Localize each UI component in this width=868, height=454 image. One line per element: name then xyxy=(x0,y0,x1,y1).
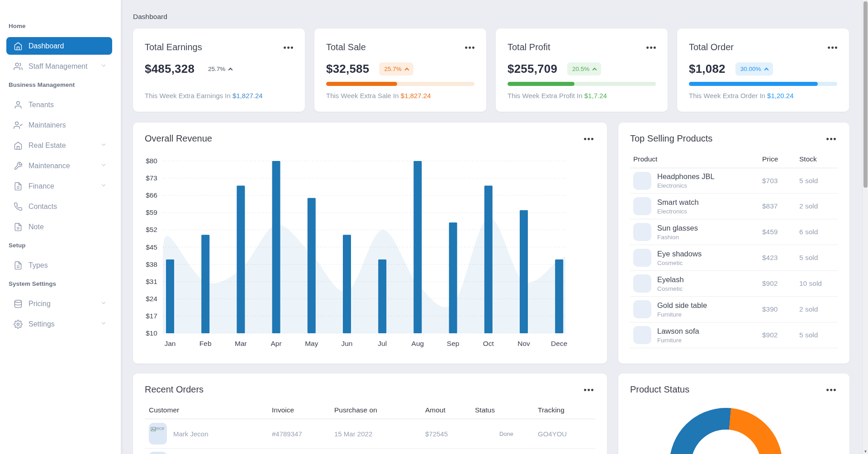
sidebar-item-types[interactable]: Types xyxy=(6,256,112,274)
panel-title: Recent Orders xyxy=(145,384,204,395)
sidebar-item-real-estate[interactable]: Real Estate xyxy=(6,137,112,154)
customer-avatar-broken-image: rece xyxy=(149,423,167,445)
chevron-up-icon xyxy=(404,67,409,72)
file-icon xyxy=(14,261,23,270)
change-badge: 25.7% xyxy=(379,62,413,76)
sidebar-item-finance[interactable]: Finance xyxy=(6,177,112,195)
middle-row: Overall Revenue $80$73$66$59$52$45$38$31… xyxy=(133,123,849,364)
product-stock: 2 sold xyxy=(799,202,838,210)
sidebar-item-maintenance[interactable]: Maintenance xyxy=(6,157,112,175)
more-options-icon[interactable] xyxy=(583,386,595,394)
product-price: $703 xyxy=(762,177,799,185)
product-name: Smart watch xyxy=(657,198,699,207)
order-tracking: GO4YOU xyxy=(538,430,595,438)
change-badge: 30.00% xyxy=(735,62,773,76)
svg-text:Nov: Nov xyxy=(517,340,530,347)
sidebar-item-tenants[interactable]: Tenants xyxy=(6,96,112,114)
sidebar-item-pricing[interactable]: Pricing xyxy=(6,295,112,312)
order-amount: $72545 xyxy=(425,430,475,438)
top-selling-panel: Top Selling Products Product Price Stock… xyxy=(618,123,849,364)
stat-card-total-order: Total Order$1,08230.00%This Week Extra O… xyxy=(677,28,849,112)
product-thumbnail xyxy=(633,249,651,267)
svg-text:$24: $24 xyxy=(146,295,157,303)
product-thumbnail xyxy=(633,223,651,241)
more-options-icon[interactable] xyxy=(827,43,839,52)
product-status-panel: Product Status xyxy=(618,374,849,454)
card-value: $32,585 xyxy=(326,62,369,76)
more-options-icon[interactable] xyxy=(825,386,838,394)
product-thumbnail xyxy=(633,300,651,318)
product-category: Furniture xyxy=(657,311,707,318)
svg-text:$17: $17 xyxy=(146,312,157,320)
more-options-icon[interactable] xyxy=(645,43,658,52)
card-footer-text: This Week Extra Earnings In $1,827.24 xyxy=(145,92,263,99)
progress-bar xyxy=(508,82,656,86)
svg-text:Mar: Mar xyxy=(235,340,247,347)
chevron-down-icon xyxy=(100,320,107,328)
column-header: Invoice xyxy=(272,406,334,414)
panel-title: Top Selling Products xyxy=(630,133,712,144)
product-category: Electronics xyxy=(657,182,715,189)
file-icon xyxy=(14,182,23,191)
order-row-mark-jecon[interactable]: receMark Jecon#478934715 Mar 2022$72545D… xyxy=(145,419,595,449)
panel-title: Product Status xyxy=(630,384,689,395)
recent-orders-panel: Recent Orders Customer Invoice Pusrchase… xyxy=(133,374,607,454)
progress-bar xyxy=(689,82,837,86)
product-stock: 5 sold xyxy=(799,254,838,262)
chevron-down-icon xyxy=(100,142,107,150)
card-value: $485,328 xyxy=(145,62,194,76)
more-options-icon[interactable] xyxy=(583,135,595,143)
svg-text:Jun: Jun xyxy=(342,340,353,347)
sidebar-section-label-system-settings: System Settings xyxy=(9,279,121,288)
sidebar-item-contacts[interactable]: Contacts xyxy=(6,198,112,215)
product-row-lawson-sofa[interactable]: Lawson sofaFurniture$9025 sold xyxy=(630,322,838,348)
svg-text:Dece: Dece xyxy=(551,340,567,347)
column-header: Pusrchase on xyxy=(334,406,425,414)
column-header: Price xyxy=(762,155,799,163)
product-row-gold-side-table[interactable]: Gold side tableFurniture$3902 sold xyxy=(630,297,838,322)
more-options-icon[interactable] xyxy=(464,43,476,52)
product-thumbnail xyxy=(633,274,651,293)
order-invoice: #4789347 xyxy=(272,430,334,438)
card-footer-text: This Week Extra Sale In $1,827.24 xyxy=(326,92,431,99)
svg-text:Aug: Aug xyxy=(412,340,424,347)
chevron-down-icon xyxy=(100,182,107,190)
scrollbar-thumb[interactable] xyxy=(863,1,868,188)
product-stock: 5 sold xyxy=(799,331,838,339)
column-header: Amout xyxy=(425,406,475,414)
sidebar-item-note[interactable]: Note xyxy=(6,218,112,236)
product-stock: 5 sold xyxy=(799,177,838,185)
product-row-eye-shadows[interactable]: Eye shadowsCosmetic$4235 sold xyxy=(630,245,838,271)
column-header: Tracking xyxy=(538,406,595,414)
sidebar-item-label: Types xyxy=(28,261,107,270)
svg-text:$38: $38 xyxy=(146,260,157,268)
sidebar-item-settings[interactable]: Settings xyxy=(6,315,112,333)
product-price: $902 xyxy=(762,279,799,288)
sidebar-item-maintainers[interactable]: Maintainers xyxy=(6,116,112,134)
svg-text:Feb: Feb xyxy=(199,340,212,347)
svg-text:$45: $45 xyxy=(146,243,157,251)
order-row-partial[interactable] xyxy=(145,449,595,454)
product-row-sun-glasses[interactable]: Sun glassesFashion$4596 sold xyxy=(630,219,838,245)
product-price: $459 xyxy=(762,228,799,236)
card-title: Total Order xyxy=(689,42,734,52)
footer-amount: $1,827.24 xyxy=(232,92,263,99)
product-row-eyelash[interactable]: EyelashCosmetic$90210 sold xyxy=(630,271,838,297)
progress-bar xyxy=(326,82,474,86)
page-scrollbar[interactable]: ▼ xyxy=(862,0,868,454)
svg-text:$66: $66 xyxy=(146,191,157,199)
product-row-smart-watch[interactable]: Smart watchElectronics$8372 sold xyxy=(630,194,838,219)
sidebar-item-label: Tenants xyxy=(28,101,107,109)
page-title: Dashboard xyxy=(133,12,862,21)
more-options-icon[interactable] xyxy=(283,43,295,52)
footer-prefix: This Week Extra Earnings In xyxy=(145,92,232,99)
card-footer-text: This Week Extra Order In $1,20.24 xyxy=(689,92,794,99)
more-options-icon[interactable] xyxy=(825,135,838,143)
products-table-body: Headphones JBLElectronics$7035 soldSmart… xyxy=(630,168,838,348)
sidebar-item-label: Dashboard xyxy=(28,42,107,50)
sidebar-item-staff-management[interactable]: Staff Management xyxy=(6,57,112,75)
scrollbar-down-arrow-icon[interactable]: ▼ xyxy=(863,449,868,454)
product-row-headphones-jbl[interactable]: Headphones JBLElectronics$7035 sold xyxy=(630,168,838,194)
stat-card-total-profit: Total Profit$255,70920.5%This Week Extra… xyxy=(496,28,668,112)
sidebar-item-dashboard[interactable]: Dashboard xyxy=(6,37,112,55)
